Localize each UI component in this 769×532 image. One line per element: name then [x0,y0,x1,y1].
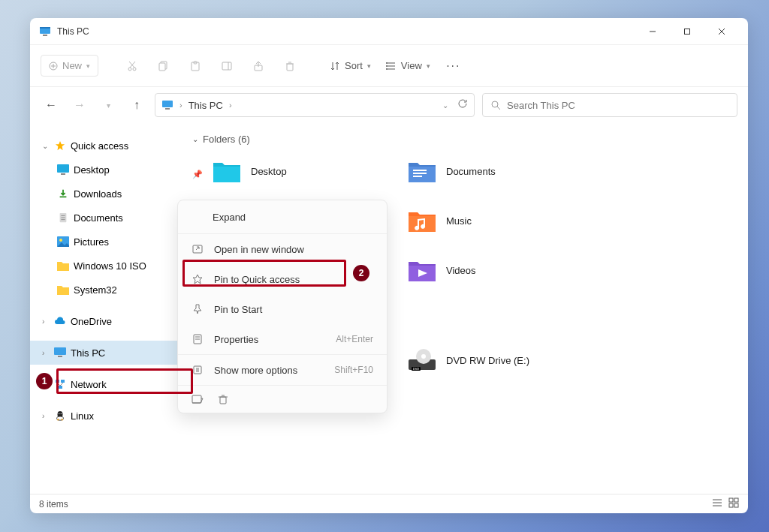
chevron-right-icon: › [42,380,50,389]
forward-button[interactable]: → [69,95,90,116]
open-icon[interactable] [191,393,204,405]
back-button[interactable]: ← [41,95,62,116]
share-button[interactable] [244,53,273,80]
section-label: Folders (6) [203,134,250,145]
search-input[interactable] [507,100,729,111]
svg-point-32 [492,101,498,107]
folder-videos[interactable]: Videos [403,254,598,286]
more-icon [191,365,204,375]
svg-rect-72 [734,498,738,502]
sidebar-item-label: Network [71,379,107,390]
recent-dropdown[interactable]: ▾ [98,95,119,116]
ctx-pin-start[interactable]: Pin to Start [178,294,387,324]
ctx-expand[interactable]: Expand [178,200,387,233]
sidebar-item-downloads[interactable]: Downloads [30,182,177,206]
window-title: This PC [57,26,635,37]
this-pc-icon [161,100,173,110]
sidebar-item-system32[interactable]: System32 [30,278,177,302]
svg-rect-1 [40,27,50,29]
titlebar: This PC [30,18,748,45]
svg-point-27 [386,62,388,64]
sort-button[interactable]: Sort ▾ [324,56,377,76]
copy-button[interactable] [149,53,178,80]
folder-desktop[interactable]: Desktop [207,155,403,187]
ctx-label: Expand [213,212,246,223]
chevron-right-icon: › [42,317,50,326]
sidebar-linux[interactable]: › Linux [30,404,177,428]
picture-icon [57,236,69,247]
chevron-down-icon: ⌄ [192,135,198,143]
sidebar-onedrive[interactable]: › OneDrive [30,309,177,333]
svg-rect-85 [220,397,226,404]
new-button[interactable]: New ▾ [41,55,98,77]
svg-point-43 [59,239,62,242]
sidebar-this-pc[interactable]: › This PC [30,341,177,365]
thumbnails-view-button[interactable] [728,497,739,510]
svg-rect-2 [43,35,47,36]
refresh-button[interactable] [457,98,468,112]
ctx-properties[interactable]: Properties Alt+Enter [178,324,387,354]
ctx-label: Show more options [214,365,297,376]
up-button[interactable]: ↑ [126,95,147,116]
chevron-right-icon: › [42,349,50,357]
sidebar-item-label: This PC [71,347,105,359]
paste-button[interactable] [181,53,210,80]
svg-text:DVD: DVD [413,367,420,371]
section-header[interactable]: ⌄ Folders (6) [192,134,733,145]
sidebar-item-label: Quick access [71,140,128,152]
view-button[interactable]: View ▾ [380,56,436,76]
rename-button[interactable] [213,53,241,80]
sidebar-network[interactable]: › Network [30,372,177,396]
properties-icon [191,334,204,344]
file-explorer-window: This PC New ▾ Sort ▾ View ▾ ··· [30,18,748,513]
details-view-button[interactable] [712,497,722,510]
svg-rect-47 [61,380,65,383]
sidebar-item-pictures[interactable]: Pictures [30,230,177,254]
folder-documents[interactable]: Documents [403,155,598,187]
sidebar-item-label: OneDrive [71,316,112,327]
sidebar-quick-access[interactable]: ⌄ Quick access [30,134,177,158]
pin-icon [191,304,204,314]
desktop-folder-icon [213,160,240,182]
star-icon [54,140,66,151]
svg-rect-4 [685,29,690,34]
sidebar-item-label: Linux [71,410,94,422]
sort-icon [330,61,340,71]
close-button[interactable] [704,18,739,45]
sidebar-item-desktop[interactable]: Desktop [30,158,177,182]
chevron-down-icon: ▾ [367,62,371,70]
svg-point-29 [386,68,388,70]
sidebar-item-windows10iso[interactable]: Windows 10 ISO [30,254,177,278]
ctx-shortcut: Shift+F10 [334,365,373,375]
chevron-down-icon[interactable]: ⌄ [442,101,448,110]
search-box[interactable] [482,93,737,117]
ctx-open-new-window[interactable]: Open in new window [178,234,387,264]
drive-dvd[interactable]: DVD DVD RW Drive (E:) [403,344,598,376]
star-icon [191,274,204,284]
body: ⌄ Quick access Desktop Downloads Documen… [30,123,748,494]
ctx-label: Open in new window [214,244,304,255]
address-bar[interactable]: › This PC › ⌄ [155,93,475,117]
folder-label: Videos [446,265,476,276]
plus-circle-icon [49,62,58,71]
ctx-show-more[interactable]: Show more options Shift+F10 [178,355,387,385]
svg-rect-15 [159,63,165,71]
svg-point-54 [61,413,62,414]
delete-button[interactable] [276,53,304,80]
minimize-button[interactable] [635,18,670,45]
svg-line-13 [130,62,135,68]
delete-icon[interactable] [217,393,229,405]
videos-folder-icon [409,259,436,281]
maximize-button[interactable] [670,18,704,45]
svg-line-33 [497,107,500,110]
sidebar-item-documents[interactable]: Documents [30,206,177,230]
ctx-pin-quick-access[interactable]: Pin to Quick access [178,264,387,294]
svg-point-11 [133,68,136,71]
linux-icon [54,410,66,421]
folder-music[interactable]: Music [403,205,598,236]
chevron-down-icon: ▾ [86,62,90,70]
svg-marker-34 [56,141,65,150]
svg-rect-46 [56,380,59,383]
more-button[interactable]: ··· [439,53,468,80]
cut-button[interactable] [118,53,146,80]
